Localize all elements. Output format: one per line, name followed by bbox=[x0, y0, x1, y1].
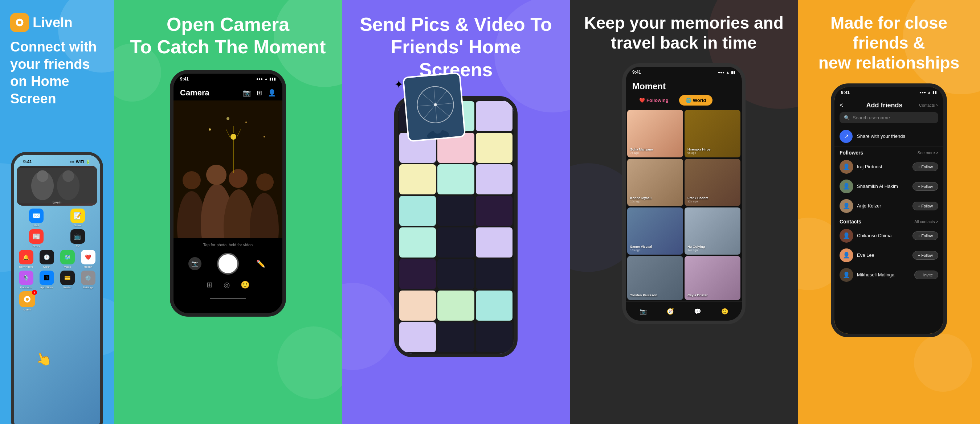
iraj-follow-btn[interactable]: + Follow bbox=[913, 162, 938, 171]
moment-cell-cayla[interactable]: Cayla Brister bbox=[684, 256, 740, 300]
af-header: < Add friends Contacts > 🔍 Search userna… bbox=[834, 97, 943, 126]
hirenaka-name: Hirenaka Hiroe bbox=[687, 148, 711, 151]
appstore-icon-item[interactable]: 🅰 App Store bbox=[38, 271, 55, 289]
camera-btn-1[interactable]: 📷 bbox=[188, 257, 202, 270]
panel-memories: Keep your memories and travel back in ti… bbox=[570, 0, 798, 424]
mikhuseli-invite-btn[interactable]: + Invite bbox=[914, 271, 938, 279]
sanne-photo: Sanne Viscaal 13s ago bbox=[627, 208, 683, 255]
moment-cell-hirenaka[interactable]: Hirenaka Hiroe 9s ago bbox=[684, 110, 740, 157]
eva-follow-btn[interactable]: + Follow bbox=[913, 251, 938, 260]
timer-icon[interactable]: ◎ bbox=[224, 280, 230, 289]
mail-app-icon: ✉️ bbox=[29, 208, 43, 223]
camera-extra-controls: ⊞ ◎ 🙂 bbox=[207, 280, 250, 289]
iraj-avatar: 👤 bbox=[840, 160, 853, 174]
moment-bottom-bar: 📷 🧭 💬 🙂 bbox=[626, 302, 742, 321]
grid-cell-14 bbox=[438, 227, 474, 257]
hirenaka-time: 9s ago bbox=[687, 151, 711, 154]
news-label: News bbox=[33, 245, 40, 248]
svg-point-18 bbox=[226, 117, 229, 120]
news-app-icon: 📰 bbox=[29, 229, 43, 244]
anje-name: Anje Keizer bbox=[857, 203, 909, 208]
gallery-icon[interactable]: ⊞ bbox=[207, 280, 213, 289]
camera-grid-icon[interactable]: ⊞ bbox=[257, 89, 262, 97]
svg-point-29 bbox=[231, 134, 236, 140]
camera-controls[interactable]: 📷 ✏️ bbox=[181, 253, 275, 275]
anje-follow-btn[interactable]: + Follow bbox=[913, 202, 938, 210]
all-contacts-btn[interactable]: All contacts > bbox=[914, 219, 938, 224]
search-placeholder: Search username bbox=[853, 115, 890, 121]
sofia-name: Sofia Manzano bbox=[630, 148, 653, 151]
kondo-time: 10s ago bbox=[630, 200, 652, 203]
moment-cell-frank[interactable]: Frank Boehm 12s ago bbox=[684, 159, 740, 206]
wallet-app-icon: 💳 bbox=[60, 271, 75, 285]
moment-chat-btn[interactable]: 💬 bbox=[692, 305, 703, 317]
panel1-headline: Connect with your friends on Home Screen bbox=[10, 38, 104, 107]
hu-time: 14s ago bbox=[687, 248, 705, 252]
af-search-bar[interactable]: 🔍 Search username bbox=[840, 112, 938, 123]
camera-person-icon[interactable]: 👤 bbox=[268, 89, 276, 97]
shaamikh-name: Shaamikh Al Hakim bbox=[857, 184, 909, 189]
moment-camera-btn[interactable]: 📷 bbox=[637, 305, 649, 317]
settings-icon-item[interactable]: ⚙️ Settings bbox=[80, 271, 97, 289]
panel4-headline: Keep your memories and travel back in ti… bbox=[584, 13, 784, 53]
tab-world-label: World bbox=[693, 98, 706, 103]
moment-smile-btn[interactable]: 🙂 bbox=[719, 305, 731, 317]
smiley-icon[interactable]: 🙂 bbox=[241, 280, 250, 289]
podcasts-icon-item[interactable]: 🎙️ Podcasts bbox=[18, 271, 35, 289]
see-more-btn[interactable]: See more > bbox=[918, 151, 938, 155]
tab-following-label: Following bbox=[646, 98, 668, 103]
mail-icon-item[interactable]: ✉️ Mail bbox=[28, 208, 45, 227]
grid-cell-8 bbox=[438, 164, 474, 194]
notes-icon-item[interactable]: 📝 Notes bbox=[69, 208, 86, 227]
af-back-button[interactable]: < bbox=[840, 102, 850, 109]
clock-icon-item[interactable]: 🕐 Clock bbox=[38, 250, 55, 268]
af-share-text: Share with your friends bbox=[857, 133, 905, 139]
grid-cell-10 bbox=[399, 196, 436, 226]
moment-cell-kondo[interactable]: Kondo Ieyasu 10s ago bbox=[627, 159, 683, 206]
af-share-row[interactable]: ↗ Share with your friends bbox=[834, 126, 943, 147]
tv-icon-item[interactable]: 📺 TV bbox=[69, 229, 86, 248]
moment-cell-torsten[interactable]: Torsten Paulsson bbox=[627, 256, 683, 300]
camera-status-icons: ●●● ▲ ▮▮▮ bbox=[256, 77, 276, 81]
moment-cell-sanne[interactable]: Sanne Viscaal 13s ago bbox=[627, 208, 683, 255]
news-icon-item[interactable]: 📰 News bbox=[28, 229, 45, 248]
svg-point-9 bbox=[62, 170, 74, 182]
frank-name: Frank Boehm bbox=[687, 196, 708, 200]
shutter-button[interactable] bbox=[217, 253, 239, 275]
livein-icon-item[interactable]: 1 LiveIn bbox=[19, 291, 35, 311]
tv-label: TV bbox=[76, 245, 80, 248]
livein-widget[interactable]: LiveIn bbox=[17, 166, 97, 206]
moment-title: Moment bbox=[632, 81, 735, 91]
chikanso-follow-btn[interactable]: + Follow bbox=[913, 232, 938, 240]
af-contacts-btn[interactable]: Contacts > bbox=[919, 103, 938, 107]
widget-photo bbox=[17, 166, 97, 206]
maps-icon-item[interactable]: 🗺️ Maps bbox=[59, 250, 76, 268]
camera-title-text: Camera bbox=[180, 88, 210, 98]
sanne-name: Sanne Viscaal bbox=[630, 245, 652, 248]
moment-compass-btn[interactable]: 🧭 bbox=[665, 305, 676, 317]
af-status-icons: ●●● ▲ ▮▮ bbox=[920, 90, 937, 94]
wallet-icon-item[interactable]: 💳 Wallet bbox=[59, 271, 76, 289]
reminders-icon-item[interactable]: 🔔 Reminders bbox=[18, 250, 35, 268]
health-icon-item[interactable]: ❤️ Health bbox=[80, 250, 97, 268]
moment-cell-sofia[interactable]: Sofia Manzano 7s ago bbox=[627, 110, 683, 157]
heart-emoji: ❤️ bbox=[639, 98, 645, 103]
tab-following[interactable]: ❤️ Following bbox=[632, 95, 676, 106]
svg-point-27 bbox=[256, 173, 274, 191]
p4-headline-line2: travel back in time bbox=[611, 33, 756, 52]
af-signal: ●●● bbox=[920, 90, 926, 94]
follower-row-iraj: 👤 Iraj Pirdoost + Follow bbox=[834, 157, 943, 177]
chikanso-name: Chikanso Chima bbox=[857, 233, 909, 238]
headline-text: Connect with your friends on Home Screen bbox=[10, 39, 97, 106]
svg-point-14 bbox=[277, 326, 342, 399]
follower-row-shaamikh: 👤 Shaamikh Al Hakim + Follow bbox=[834, 177, 943, 196]
tab-world[interactable]: 🌐 World bbox=[679, 95, 713, 106]
icon-row-2: 📰 News 📺 TV bbox=[17, 229, 97, 248]
camera-photo-icon[interactable]: 📷 bbox=[243, 89, 251, 97]
maps-app-icon: 🗺️ bbox=[60, 250, 75, 264]
edit-button[interactable]: ✏️ bbox=[255, 257, 267, 270]
moment-cell-hu[interactable]: Hu Guiying 14s ago bbox=[684, 208, 740, 255]
notes-app-icon: 📝 bbox=[70, 208, 85, 223]
shaamikh-follow-btn[interactable]: + Follow bbox=[913, 182, 938, 191]
settings-label: Settings bbox=[83, 286, 93, 289]
